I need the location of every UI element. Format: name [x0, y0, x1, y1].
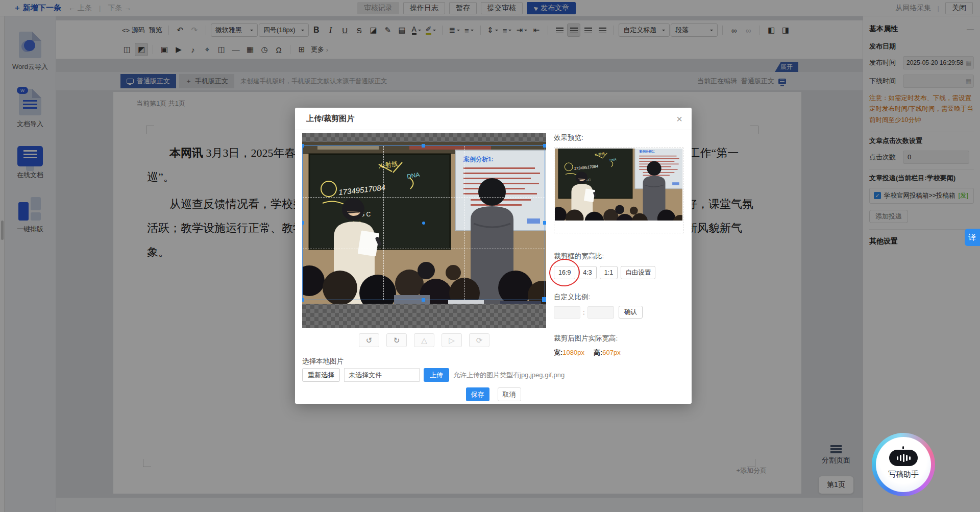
rotate-left-icon[interactable]: ↺ — [359, 333, 379, 347]
local-image-label: 选择本地图片 — [302, 357, 344, 366]
translate-fab-button[interactable]: 译 — [965, 229, 980, 246]
width-value: 1080px — [562, 349, 584, 356]
confirm-ratio-button[interactable]: 确认 — [619, 306, 643, 319]
crop-toolbar: ↺ ↻ △ ▷ ⟳ — [302, 333, 546, 347]
result-size-values: 宽:1080px 高:607px — [554, 348, 684, 357]
reselect-button[interactable]: 重新选择 — [302, 368, 340, 382]
crop-handle-n[interactable] — [422, 144, 425, 148]
dialog-actions: 保存 取消 — [295, 387, 692, 401]
assistant-core: 写稿助手 — [876, 437, 931, 492]
crop-grid-line — [303, 249, 545, 249]
robot-face-icon — [889, 450, 918, 466]
save-button[interactable]: 保存 — [466, 387, 489, 401]
custom-ratio-width-input[interactable] — [554, 306, 580, 319]
crop-grid-line — [383, 146, 384, 300]
custom-ratio-row: : 确认 — [554, 306, 684, 319]
crop-handle-s[interactable] — [422, 298, 425, 302]
file-name-field[interactable]: 未选择文件 — [344, 368, 420, 382]
aspect-ratio-label: 裁剪框的宽高比: — [554, 252, 684, 261]
cancel-button[interactable]: 取消 — [498, 387, 521, 401]
ratio-1-1-button[interactable]: 1:1 — [600, 266, 618, 279]
close-icon[interactable]: × — [676, 114, 682, 124]
custom-ratio-label: 自定义比例: — [554, 292, 684, 302]
assistant-label: 写稿助手 — [888, 470, 919, 479]
preview-image — [555, 149, 682, 221]
crop-canvas[interactable] — [302, 133, 546, 328]
custom-ratio-height-input[interactable] — [587, 306, 614, 319]
crop-handle-sw[interactable] — [302, 298, 304, 302]
reset-crop-icon[interactable]: ⟳ — [469, 333, 489, 347]
crop-handle-w[interactable] — [302, 221, 304, 225]
crop-grid-line — [303, 197, 545, 198]
upload-crop-dialog: 上传/裁剪图片 × ↺ ↻ △ — [295, 108, 692, 404]
preview-label: 效果预览: — [554, 133, 684, 142]
height-label: 高: — [594, 349, 602, 356]
crop-selection[interactable] — [302, 145, 545, 300]
flip-vertical-icon[interactable]: △ — [414, 333, 434, 347]
ratio-free-button[interactable]: 自由设置 — [621, 266, 655, 279]
dialog-header: 上传/裁剪图片 × — [295, 108, 692, 130]
crop-center-handle[interactable] — [422, 222, 425, 225]
width-label: 宽: — [554, 349, 562, 356]
upload-button[interactable]: 上传 — [424, 368, 449, 382]
aspect-ratio-buttons: 16:9 4:3 1:1 自由设置 — [554, 266, 684, 279]
ratio-16-9-button[interactable]: 16:9 — [554, 266, 575, 279]
file-select-row: 重新选择 未选择文件 上传 允许上传的图片类型有jpg,jpeg,gif,png — [302, 368, 565, 382]
upload-hint: 允许上传的图片类型有jpg,jpeg,gif,png — [453, 371, 565, 380]
crop-handle-nw[interactable] — [302, 144, 304, 148]
app-root: X-射线 DNA 17349517084 A T G C 案例分析1: — [0, 0, 980, 512]
crop-handle-e[interactable] — [543, 221, 546, 225]
result-size-label: 裁剪后图片实际宽高: — [554, 334, 684, 343]
flip-horizontal-icon[interactable]: ▷ — [442, 333, 462, 347]
rotate-right-icon[interactable]: ↻ — [386, 333, 407, 347]
writing-assistant-button[interactable]: 写稿助手 — [872, 433, 935, 496]
height-value: 607px — [602, 349, 620, 356]
preview-box — [554, 148, 683, 233]
crop-grid-line — [464, 146, 465, 300]
ratio-colon: : — [583, 308, 585, 316]
ratio-4-3-button[interactable]: 4:3 — [578, 266, 596, 279]
dialog-title: 上传/裁剪图片 — [306, 114, 354, 124]
crop-handle-se[interactable] — [542, 297, 546, 302]
dialog-right-column: 效果预览: 裁剪框的宽高比: 16:9 4:3 1:1 自由设置 自定义比例: … — [554, 133, 684, 357]
crop-handle-ne[interactable] — [543, 144, 546, 148]
